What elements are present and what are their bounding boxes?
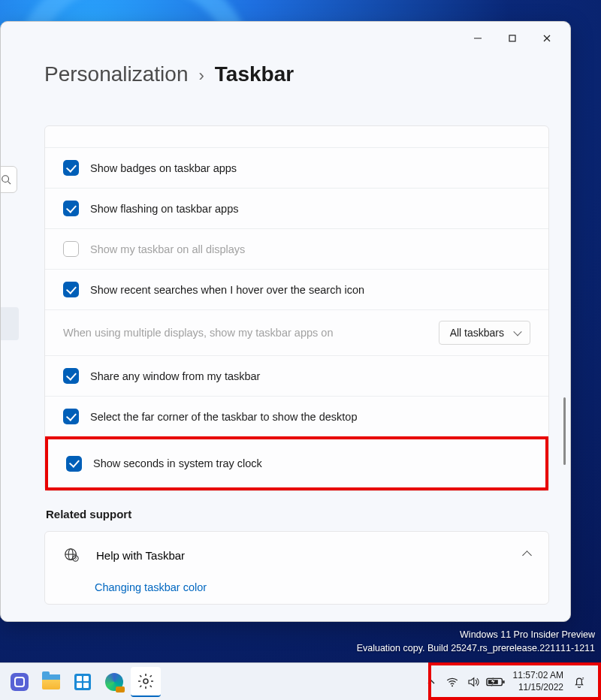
svg-text:?: ? (74, 557, 77, 561)
svg-point-11 (143, 679, 148, 683)
svg-point-12 (452, 685, 453, 686)
label-recent-searches: Show recent searches when I hover over t… (90, 284, 364, 296)
wifi-icon[interactable] (442, 667, 462, 697)
checkbox-recent-searches[interactable] (63, 282, 79, 297)
help-with-taskbar-row[interactable]: ? Help with Taskbar (45, 532, 548, 578)
changing-taskbar-color-link[interactable]: Changing taskbar color (45, 578, 548, 604)
settings-content: Show badges on taskbar apps Show flashin… (44, 125, 549, 621)
titlebar (1, 22, 570, 55)
label-far-corner: Select the far corner of the taskbar to … (90, 411, 357, 423)
tray-overflow-icon[interactable] (421, 667, 441, 697)
scrollbar-thumb[interactable] (563, 397, 566, 465)
taskbar-store-icon[interactable] (68, 667, 98, 697)
checkbox-all-displays (63, 241, 79, 257)
chevron-up-icon (522, 551, 532, 560)
label-all-displays: Show my taskbar on all displays (90, 243, 245, 255)
search-button[interactable] (0, 166, 17, 193)
desktop-watermark: Windows 11 Pro Insider Preview Evaluatio… (357, 628, 595, 655)
system-tray: 11:57:02 AM 11/15/2022 z (421, 663, 596, 701)
clock-time: 11:57:02 AM (513, 670, 563, 682)
taskbar-chat-icon[interactable] (5, 667, 35, 697)
row-multi-display: When using multiple displays, show my ta… (45, 309, 548, 355)
label-multi-display: When using multiple displays, show my ta… (63, 327, 333, 339)
row-badges[interactable]: Show badges on taskbar apps (45, 147, 548, 188)
taskbar-explorer-icon[interactable] (36, 667, 66, 697)
settings-window: Personalization › Taskbar Show badges on… (0, 21, 571, 622)
dropdown-multi-display: All taskbars (439, 321, 530, 345)
label-show-seconds: Show seconds in system tray clock (93, 457, 262, 469)
show-desktop-peek[interactable] (590, 663, 593, 701)
volume-icon[interactable] (464, 667, 483, 697)
breadcrumb-parent[interactable]: Personalization (44, 62, 188, 86)
clock-date: 11/15/2022 (513, 682, 563, 694)
page-title: Taskbar (215, 62, 294, 86)
checkbox-flashing[interactable] (63, 201, 79, 216)
svg-rect-1 (509, 35, 515, 41)
svg-text:z: z (582, 676, 584, 680)
related-support-heading: Related support (46, 508, 549, 520)
maximize-button[interactable] (495, 26, 530, 50)
checkbox-show-seconds[interactable] (66, 456, 82, 472)
label-share-window: Share any window from my taskbar (90, 370, 260, 382)
close-button[interactable] (530, 26, 564, 50)
nav-item-stub[interactable] (0, 307, 19, 340)
watermark-line1: Windows 11 Pro Insider Preview (357, 628, 595, 641)
row-show-seconds[interactable]: Show seconds in system tray clock (45, 436, 548, 490)
svg-rect-14 (503, 680, 504, 683)
checkbox-badges[interactable] (63, 160, 79, 176)
taskbar-apps (5, 667, 161, 697)
checkbox-share-window[interactable] (63, 368, 79, 384)
svg-line-5 (8, 182, 11, 185)
taskbar-behaviors-card: Show badges on taskbar apps Show flashin… (44, 125, 549, 491)
system-clock[interactable]: 11:57:02 AM 11/15/2022 (509, 670, 568, 693)
checkbox-far-corner[interactable] (63, 409, 79, 424)
chevron-right-icon: › (198, 66, 204, 86)
row-all-displays: Show my taskbar on all displays (45, 228, 548, 269)
row-recent-searches[interactable]: Show recent searches when I hover over t… (45, 269, 548, 309)
notification-dnd-icon[interactable]: z (569, 667, 589, 697)
label-flashing: Show flashing on taskbar apps (90, 203, 239, 215)
minimize-button[interactable] (461, 26, 495, 50)
battery-icon[interactable] (485, 667, 507, 697)
row-far-corner[interactable]: Select the far corner of the taskbar to … (45, 396, 548, 436)
row-flashing[interactable]: Show flashing on taskbar apps (45, 188, 548, 228)
row-truncated (45, 126, 548, 147)
globe-help-icon: ? (63, 547, 80, 563)
watermark-line2: Evaluation copy. Build 25247.rs_prerelea… (357, 641, 595, 655)
breadcrumb: Personalization › Taskbar (1, 55, 570, 101)
help-label: Help with Taskbar (96, 549, 185, 562)
row-share-window[interactable]: Share any window from my taskbar (45, 355, 548, 396)
taskbar: 11:57:02 AM 11/15/2022 z (0, 662, 601, 700)
taskbar-edge-icon[interactable] (99, 667, 129, 697)
svg-point-4 (2, 176, 9, 183)
related-support-card: ? Help with Taskbar Changing taskbar col… (44, 531, 549, 605)
label-badges: Show badges on taskbar apps (90, 162, 237, 174)
taskbar-settings-icon[interactable] (131, 667, 161, 697)
